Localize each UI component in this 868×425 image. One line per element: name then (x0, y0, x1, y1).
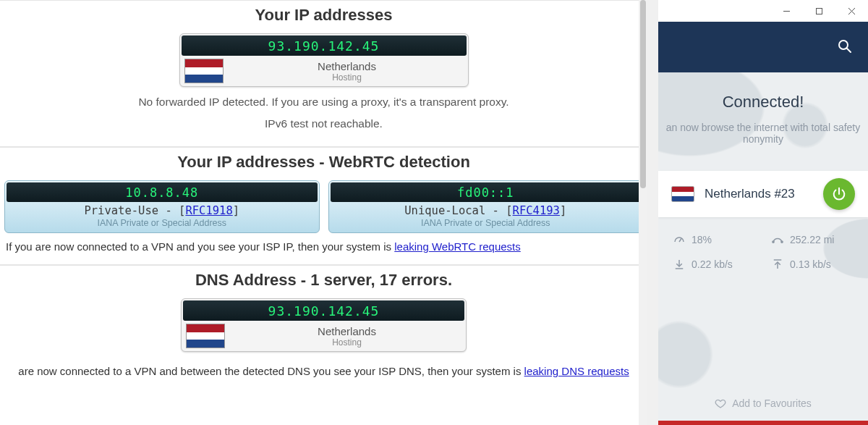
app-header (658, 22, 868, 72)
upload-icon (771, 258, 784, 271)
proxy-note: No forwarded IP detected. If you are usi… (0, 96, 647, 109)
webrtc-ip-value: 10.8.8.48 (7, 182, 318, 202)
svg-rect-1 (817, 8, 822, 14)
stat-download: 0.22 kb/s (673, 258, 767, 271)
connection-status: Connected! (658, 93, 868, 111)
stat-load: 18% (673, 233, 767, 246)
vpn-client-window: Connected! an now browse the internet wi… (658, 0, 868, 425)
leaking-dns-link[interactable]: leaking DNS requests (524, 365, 629, 377)
svg-point-7 (773, 241, 774, 243)
favourites-label: Add to Favourites (732, 397, 812, 409)
power-icon (831, 186, 847, 202)
maximize-button[interactable] (803, 0, 835, 22)
add-to-favourites[interactable]: Add to Favourites (658, 397, 868, 409)
close-button[interactable] (835, 0, 868, 22)
disconnect-button[interactable] (823, 178, 855, 210)
webrtc-ip-value: fd00::1 (331, 182, 642, 202)
window-gap (647, 0, 658, 425)
section-title: Your IP addresses (0, 6, 647, 25)
ip-card: 93.190.142.45 Netherlands Hosting (179, 33, 469, 87)
dns-card: 93.190.142.45 Netherlands Hosting (181, 298, 467, 352)
minimize-button[interactable] (770, 0, 803, 22)
minimize-icon (783, 7, 791, 15)
server-name: Netherlands #23 (705, 187, 813, 201)
netherlands-flag-icon (184, 59, 224, 83)
section-webrtc: Your IP addresses - WebRTC detection 10.… (0, 147, 647, 265)
host-type-label: Hosting (232, 337, 461, 348)
stat-value: 0.13 kb/s (790, 258, 831, 270)
scrollbar[interactable] (639, 0, 647, 425)
dns-ip-value: 93.190.142.45 (183, 300, 464, 321)
webrtc-sublabel: IANA Private or Special Address (331, 218, 642, 228)
netherlands-flag-icon (186, 324, 225, 348)
rfc-link[interactable]: RFC4193 (513, 204, 560, 217)
section-title: DNS Address - 1 server, 17 errors. (0, 271, 647, 290)
search-icon (838, 39, 852, 54)
bottom-accent-bar (658, 421, 868, 425)
stat-upload: 0.13 kb/s (771, 258, 865, 271)
gauge-icon (673, 233, 686, 246)
host-type-label: Hosting (231, 72, 464, 83)
webrtc-card: 10.8.8.48 Private-Use - [RFC1918] IANA P… (4, 180, 320, 233)
webrtc-type-label: Unique-Local - [RFC4193] (331, 204, 642, 217)
svg-line-5 (847, 49, 851, 52)
section-title: Your IP addresses - WebRTC detection (0, 153, 647, 172)
stat-distance: 252.22 mi (771, 233, 865, 246)
country-label: Netherlands (231, 60, 464, 72)
search-button[interactable] (838, 39, 852, 56)
stat-value: 18% (692, 234, 712, 245)
svg-line-6 (679, 239, 681, 243)
section-dns: DNS Address - 1 server, 17 errors. 93.19… (0, 265, 647, 389)
heart-icon (715, 397, 726, 409)
ip-leak-page: Your IP addresses 93.190.142.45 Netherla… (0, 0, 647, 425)
netherlands-flag-icon (671, 186, 694, 202)
rfc-link[interactable]: RFC1918 (185, 204, 232, 217)
stats-grid: 18% 252.22 mi 0.22 kb/s 0.13 kb/s (658, 217, 868, 271)
map-panel: Connected! an now browse the internet wi… (658, 72, 868, 425)
country-label: Netherlands (232, 325, 461, 337)
section-your-ip: Your IP addresses 93.190.142.45 Netherla… (0, 0, 647, 147)
distance-icon (771, 233, 784, 246)
svg-point-8 (781, 241, 783, 243)
dns-warning-text: are now connected to a VPN and between t… (0, 358, 647, 382)
webrtc-warning-text: If you are now connected to a VPN and yo… (0, 233, 647, 257)
titlebar (658, 0, 868, 22)
stat-value: 0.22 kb/s (692, 258, 733, 270)
leaking-webrtc-link[interactable]: leaking WebRTC requests (394, 240, 521, 253)
webrtc-card: fd00::1 Unique-Local - [RFC4193] IANA Pr… (328, 180, 644, 233)
stat-value: 252.22 mi (790, 234, 834, 245)
connection-description: an now browse the internet with total sa… (658, 122, 868, 145)
download-icon (673, 258, 686, 271)
webrtc-sublabel: IANA Private or Special Address (7, 218, 318, 228)
close-icon (848, 7, 856, 15)
svg-point-4 (839, 41, 848, 49)
maximize-icon (815, 7, 823, 15)
webrtc-type-label: Private-Use - [RFC1918] (7, 204, 318, 217)
ipv6-note: IPv6 test not reachable. (0, 117, 647, 130)
server-row[interactable]: Netherlands #23 (658, 171, 868, 217)
ip-address-value: 93.190.142.45 (182, 35, 467, 56)
